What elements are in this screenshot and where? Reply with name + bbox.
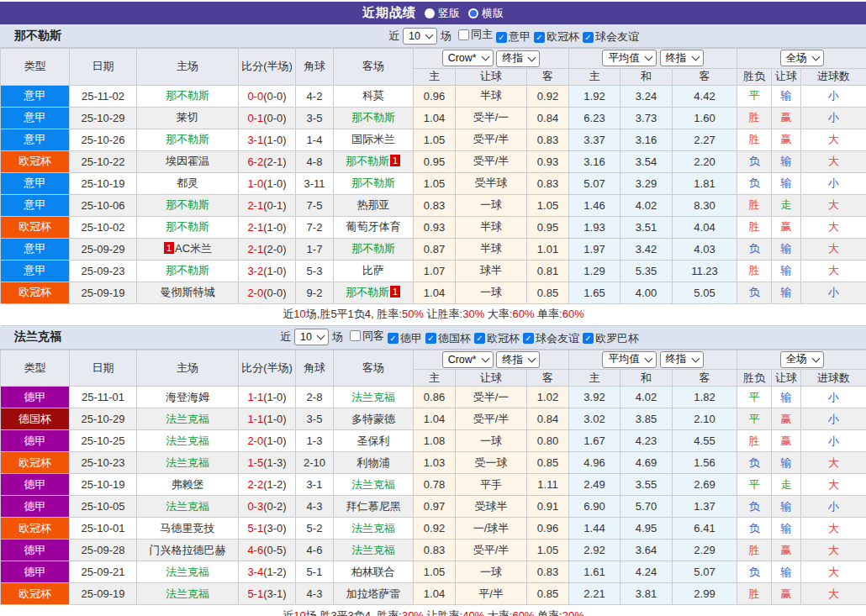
crow-odds-select[interactable]: Crow*	[442, 351, 494, 368]
match-scope-select[interactable]: 全场	[780, 351, 824, 368]
match-score: 4-6(0-5)	[239, 540, 296, 561]
radio-horizontal-layout[interactable]: 横版	[468, 6, 504, 21]
team-label: 比萨	[362, 264, 384, 276]
league-badge: 德甲	[1, 561, 70, 583]
avg-away: 4.42	[673, 85, 737, 107]
checkbox-checked-icon[interactable]: ✓	[534, 32, 545, 43]
col-header-corner: 角球	[296, 350, 334, 387]
result-outcome: 负	[737, 561, 772, 583]
average-odds-select[interactable]: 平均值	[602, 351, 657, 368]
league-filter-item[interactable]: ✓意甲	[496, 29, 531, 45]
league-filter-item[interactable]: ✓德国杯	[425, 331, 471, 346]
avg-draw: 4.02	[620, 194, 673, 216]
match-count-select[interactable]: 10	[403, 28, 437, 45]
fulltime-score: 1-0	[247, 177, 263, 190]
league-filter-item[interactable]: ✓欧罗巴杯	[583, 331, 639, 346]
checkbox-checked-icon[interactable]: ✓	[388, 333, 399, 344]
odds-handicap: 球半	[456, 260, 527, 282]
fulltime-score: 2-0	[247, 434, 263, 447]
team-label: 那不勒斯	[166, 198, 209, 211]
match-count-select[interactable]: 10	[294, 329, 329, 345]
league-filter-item[interactable]: ✓球会友谊	[523, 331, 579, 346]
odds-away: 1.01	[527, 238, 569, 260]
team-label: 法兰克福	[351, 522, 395, 534]
corner-score: 3-1	[296, 474, 334, 496]
red-card-badge: 1	[164, 242, 174, 254]
chevron-down-icon	[528, 355, 536, 363]
match-row: 欧冠杯25-09-19曼彻斯特城2-0(0-0)9-2那不勒斯11.04一球0.…	[1, 282, 866, 303]
avg-home: 6.90	[569, 496, 620, 518]
checkbox-checked-icon[interactable]: ✓	[496, 32, 507, 43]
avg-draw: 3.73	[620, 107, 673, 129]
avg-away: 5.07	[673, 561, 737, 583]
league-filter-item[interactable]: ✓欧冠杯	[534, 29, 579, 45]
summary-value: 40%	[462, 609, 484, 616]
match-score: 1-1(1-0)	[239, 387, 296, 408]
league-filter-item[interactable]: ✓欧冠杯	[474, 331, 520, 346]
result-outcome: 负	[737, 172, 772, 194]
result-outcome: 负	[737, 282, 772, 303]
halftime-score: (2-0)	[263, 243, 286, 255]
match-score: 1-5(1-3)	[239, 452, 296, 474]
average-odds-select[interactable]: 平均值	[602, 50, 657, 66]
checkbox-checked-icon[interactable]: ✓	[425, 333, 436, 344]
league-badge: 德甲	[1, 474, 70, 496]
odds-home: 1.04	[414, 107, 456, 129]
league-filter-item[interactable]: 同客	[350, 329, 384, 344]
avg-home: 1.65	[569, 282, 620, 303]
result-goals: 小	[801, 107, 866, 129]
final-odds-select[interactable]: 终指	[496, 50, 540, 67]
odds-handicap: 受一球	[456, 452, 527, 474]
match-scope-select[interactable]: 全场	[780, 50, 824, 66]
checkbox-unchecked-icon[interactable]	[458, 29, 469, 40]
checkbox-unchecked-icon[interactable]	[350, 330, 361, 341]
league-filter-item[interactable]: ✓球会友谊	[583, 29, 639, 45]
corner-score: 4-8	[296, 150, 334, 172]
odds-home: 0.83	[414, 194, 456, 216]
final-odds-select-2[interactable]: 终指	[660, 50, 704, 66]
league-filter-item[interactable]: ✓德甲	[388, 331, 422, 346]
result-goals: 小	[801, 408, 866, 430]
home-team: 法兰克福	[137, 561, 239, 583]
team-label: 埃因霍温	[166, 155, 209, 167]
result-goals: 大	[801, 540, 866, 561]
home-team: 莱切	[137, 107, 239, 129]
result-handicap: 输	[772, 496, 801, 518]
summary-value: 30%	[402, 609, 424, 616]
summary-label: 大率:	[484, 609, 512, 616]
avg-draw: 4.95	[620, 518, 673, 540]
home-team: 法兰克福	[137, 496, 239, 518]
avg-draw: 3.81	[620, 583, 673, 605]
summary-label: 单率:	[534, 308, 562, 320]
league-badge: 欧冠杯	[1, 518, 70, 540]
chevron-down-icon	[481, 53, 489, 61]
radio-vertical-layout[interactable]: 竖版	[425, 6, 460, 21]
checkbox-checked-icon[interactable]: ✓	[583, 333, 594, 344]
odds-home: 1.04	[414, 408, 456, 430]
avg-home: 1.29	[569, 260, 620, 282]
result-outcome: 平	[737, 408, 772, 430]
match-score: 2-1(1-0)	[239, 216, 296, 238]
match-date: 25-09-19	[70, 282, 137, 303]
checkbox-checked-icon[interactable]: ✓	[523, 333, 534, 344]
team-label: 拜仁慕尼黑	[346, 500, 401, 513]
checkbox-label: 德甲	[400, 331, 422, 346]
checkbox-checked-icon[interactable]: ✓	[583, 32, 594, 43]
near-label: 近	[388, 29, 399, 44]
final-odds-select-2[interactable]: 终指	[660, 351, 704, 368]
match-score: 1-0(1-0)	[239, 172, 296, 194]
checkbox-checked-icon[interactable]: ✓	[474, 333, 485, 344]
team-section-frankfurt: 法兰克福 近 10 场 同客✓德甲✓德国杯✓欧冠杯✓球会友谊✓欧罗巴杯 类型 日…	[0, 326, 866, 616]
result-goals: 小	[801, 430, 866, 452]
avg-away: 4.55	[673, 430, 737, 452]
league-filter-item[interactable]: 同主	[458, 27, 493, 42]
halftime-score: (0-5)	[263, 544, 286, 556]
team-label: 利物浦	[357, 456, 390, 469]
subcol-handicap: 让球	[456, 370, 527, 387]
summary-label: 单率:	[534, 609, 562, 616]
avg-home: 4.96	[569, 452, 620, 474]
avg-away: 2.29	[673, 540, 737, 561]
team-label: 柏林联合	[351, 566, 395, 578]
final-odds-select[interactable]: 终指	[496, 351, 540, 368]
crow-odds-select[interactable]: Crow*	[442, 50, 494, 66]
